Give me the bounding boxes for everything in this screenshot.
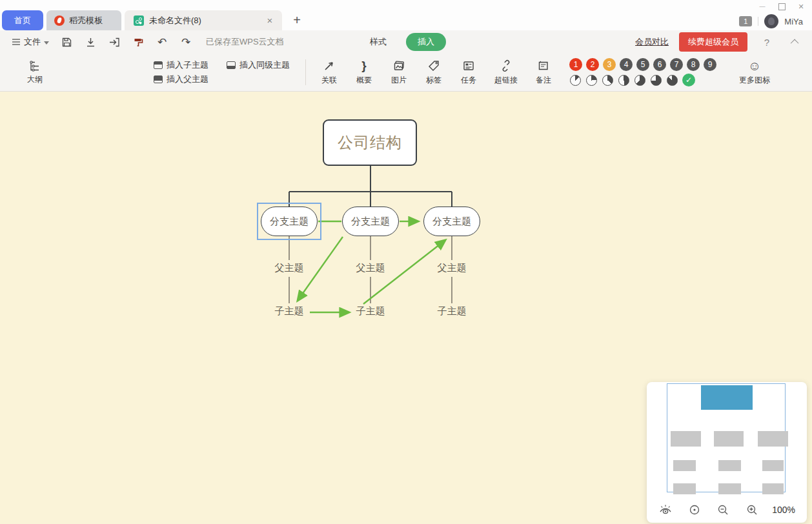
more-icons-button[interactable]: 更多图标	[733, 59, 776, 86]
help-icon[interactable]	[758, 34, 776, 50]
save-button[interactable]	[57, 34, 76, 50]
renew-member-button[interactable]: 续费超级会员	[679, 32, 747, 52]
tab-bar: 首页 稻壳模板 未命名文件(8) +	[2, 10, 307, 30]
redo-button[interactable]	[177, 34, 195, 50]
node-child-1[interactable]: 子主题	[267, 305, 312, 317]
progress-87-icon[interactable]	[667, 75, 678, 86]
main-toolbar: 文件 已保存至WPS云文档 样式 插入 会员对比 续费超	[0, 30, 812, 54]
user-zone: 1 MiYa	[739, 14, 803, 28]
insert-parent-topic-button[interactable]: 插入父主题	[154, 74, 208, 85]
node-parent-2[interactable]: 父主题	[348, 262, 393, 274]
member-compare-link[interactable]: 会员对比	[635, 36, 669, 48]
zoom-out-icon	[716, 503, 729, 516]
smiley-icon	[748, 59, 761, 73]
priority-8-icon[interactable]: 8	[687, 58, 700, 71]
tag-icon	[427, 59, 440, 73]
minimap-root-node	[701, 385, 753, 410]
tag-button[interactable]: 标签	[420, 59, 448, 86]
toolbar-center: 样式 插入	[366, 30, 446, 54]
divider	[758, 17, 758, 26]
task-button[interactable]: 任务	[454, 59, 483, 86]
outline-button[interactable]: 大纲	[17, 60, 53, 85]
export-button[interactable]	[105, 34, 123, 50]
style-menu[interactable]: 样式	[366, 34, 391, 50]
progress-12-icon[interactable]	[570, 75, 581, 86]
minimap-node	[718, 460, 741, 471]
window-controls	[758, 3, 806, 10]
insert-topic-group: 插入子主题 插入同级主题 插入父主题	[154, 58, 290, 86]
tab-document[interactable]: 未命名文件(8)	[125, 10, 282, 30]
node-child-2[interactable]: 子主题	[348, 305, 393, 317]
toolbar-right: 会员对比 续费超级会员	[635, 30, 804, 54]
image-button[interactable]: 图片	[385, 59, 413, 86]
divider	[305, 59, 306, 85]
priority-5-icon[interactable]: 5	[636, 58, 649, 71]
file-menu[interactable]: 文件	[9, 34, 52, 50]
save-icon	[61, 37, 72, 48]
tab-docer-templates[interactable]: 稻壳模板	[46, 10, 121, 30]
undo-button[interactable]	[153, 34, 171, 50]
minimap-node	[673, 483, 696, 494]
docer-icon	[54, 15, 65, 26]
minimap-node	[673, 460, 696, 471]
titlebar: 首页 稻壳模板 未命名文件(8) + 1 MiYa	[0, 0, 812, 30]
avatar[interactable]	[764, 14, 778, 28]
priority-7-icon[interactable]: 7	[670, 58, 683, 71]
priority-3-icon[interactable]: 3	[603, 58, 616, 71]
progress-done-icon[interactable]	[682, 74, 695, 86]
priority-6-icon[interactable]: 6	[653, 58, 666, 71]
outline-label: 大纲	[27, 74, 43, 85]
hyperlink-button[interactable]: 超链接	[489, 59, 523, 86]
note-button[interactable]: 备注	[529, 59, 558, 86]
node-root[interactable]: 公司结构	[323, 119, 417, 166]
cloud-save-status: 已保存至WPS云文档	[206, 36, 284, 48]
node-branch-2[interactable]: 分支主题	[342, 207, 399, 236]
task-icon	[462, 59, 475, 73]
priority-4-icon[interactable]: 4	[620, 58, 633, 71]
new-tab-button[interactable]: +	[287, 10, 307, 30]
node-parent-3[interactable]: 父主题	[429, 262, 474, 274]
zoom-out-button[interactable]	[715, 502, 731, 518]
progress-row	[569, 74, 716, 86]
format-painter-button[interactable]	[129, 34, 147, 50]
mindmap-canvas[interactable]: 公司结构 分支主题 分支主题 分支主题 父主题 父主题 父主题 子主题 子主题 …	[0, 92, 812, 524]
progress-37-icon[interactable]	[602, 75, 613, 86]
priority-9-icon[interactable]: 9	[704, 58, 716, 71]
progress-75-icon[interactable]	[651, 75, 662, 86]
node-branch-3[interactable]: 分支主题	[423, 207, 480, 236]
tab-docer-label: 稻壳模板	[69, 15, 103, 26]
priority-2-icon[interactable]: 2	[586, 58, 599, 71]
node-child-3[interactable]: 子主题	[429, 305, 474, 317]
username[interactable]: MiYa	[784, 17, 803, 26]
relation-button[interactable]: 关联	[315, 59, 343, 86]
insert-sibling-topic-button[interactable]: 插入同级主题	[227, 59, 290, 71]
node-branch-1[interactable]: 分支主题	[261, 207, 318, 236]
node-parent-1[interactable]: 父主题	[267, 262, 312, 274]
minimap-node	[762, 460, 784, 471]
insert-child-topic-button[interactable]: 插入子主题	[154, 59, 208, 71]
tab-home[interactable]: 首页	[2, 10, 43, 30]
collapse-ribbon-icon[interactable]	[786, 34, 804, 50]
insert-button[interactable]: 插入	[406, 33, 446, 51]
insert-child-topic-label: 插入子主题	[167, 59, 208, 71]
overview-eye-button[interactable]	[657, 502, 674, 518]
close-icon[interactable]	[797, 3, 806, 10]
maximize-icon[interactable]	[777, 3, 786, 10]
download-icon	[85, 37, 96, 48]
summary-button[interactable]: } 概要	[350, 59, 378, 86]
file-menu-label: 文件	[24, 36, 41, 48]
toolbar-left: 文件 已保存至WPS云文档	[9, 34, 284, 50]
center-view-button[interactable]	[686, 502, 703, 518]
notification-badge[interactable]: 1	[739, 16, 752, 26]
progress-50-icon[interactable]	[618, 75, 629, 86]
minimize-icon[interactable]	[758, 3, 767, 10]
image-icon	[392, 59, 405, 73]
priority-row: 1 2 3 4 5 6 7 8 9	[569, 58, 716, 71]
download-button[interactable]	[81, 34, 99, 50]
export-icon	[108, 37, 120, 48]
zoom-in-button[interactable]	[744, 502, 760, 518]
progress-62-icon[interactable]	[634, 75, 645, 86]
progress-25-icon[interactable]	[586, 75, 597, 86]
tab-close-icon[interactable]	[264, 15, 276, 26]
priority-1-icon[interactable]: 1	[569, 58, 582, 71]
